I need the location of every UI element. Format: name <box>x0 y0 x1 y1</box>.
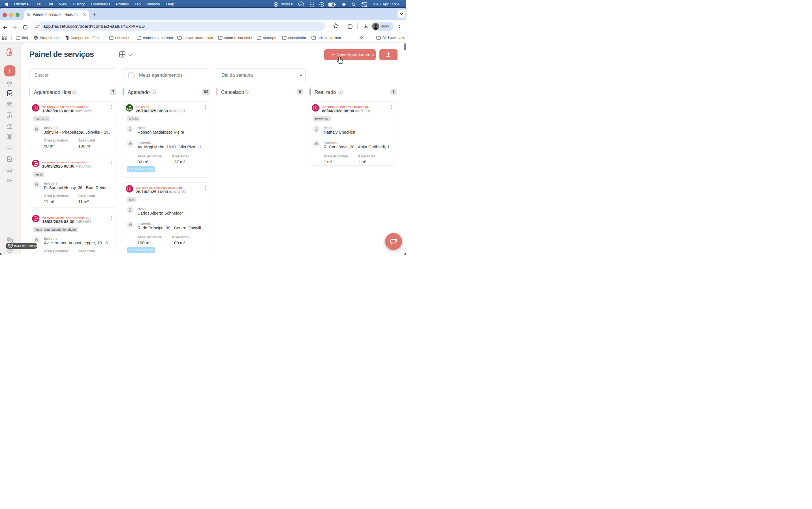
svg-text:?!: ?! <box>8 238 10 241</box>
